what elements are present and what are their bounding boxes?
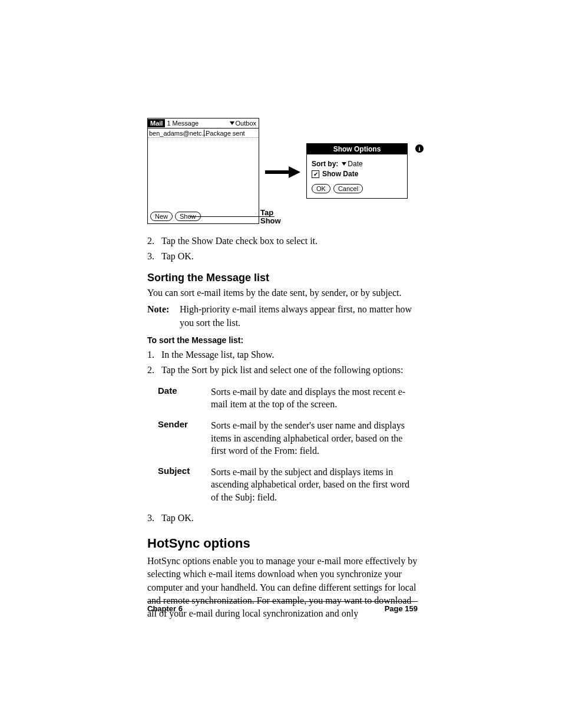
mail-header: Mail 1 Message Outbox [148, 118, 259, 129]
mail-screen: Mail 1 Message Outbox ben_adams@netc… Pa… [147, 118, 259, 224]
cancel-button[interactable]: Cancel [333, 184, 363, 193]
step-number: 3. [147, 250, 161, 263]
callout-tap-show: Tap Show [260, 209, 281, 225]
arrow-right-icon [265, 165, 300, 179]
step: 1. In the Message list, tap Show. [147, 348, 418, 361]
term: Sender [158, 419, 211, 457]
message-sender: ben_adams@netc… [148, 130, 204, 137]
folder-picklist[interactable]: Outbox [230, 120, 259, 127]
sort-options-table: Date Sorts e-mail by date and displays t… [158, 386, 418, 504]
step-text: Tap OK. [161, 512, 194, 525]
dialog-title: Show Options [307, 144, 407, 154]
term: Date [158, 386, 211, 411]
step-number: 3. [147, 512, 161, 525]
new-button[interactable]: New [150, 212, 173, 221]
note: Note: High-priority e-mail items always … [147, 303, 418, 330]
step-text: Tap the Show Date check box to select it… [161, 235, 318, 248]
note-label: Note: [147, 303, 180, 330]
message-row[interactable]: ben_adams@netc… Package sent [148, 129, 259, 138]
page-number: Page 159 [385, 604, 418, 613]
folder-name: Outbox [236, 120, 256, 127]
table-row: Sender Sorts e-mail by the sender's user… [158, 419, 418, 457]
step: 2. Tap the Sort by pick list and select … [147, 364, 418, 377]
step: 3. Tap OK. [147, 512, 418, 525]
steps-a: 2. Tap the Show Date check box to select… [147, 235, 418, 263]
heading-sorting: Sorting the Message list [147, 272, 418, 284]
chevron-down-icon [230, 121, 234, 125]
ok-button[interactable]: OK [312, 184, 330, 193]
sort-by-label: Sort by: [312, 160, 338, 168]
step-text: In the Message list, tap Show. [161, 348, 274, 361]
chapter-label: Chapter 6 [147, 604, 183, 613]
figure: Mail 1 Message Outbox ben_adams@netc… Pa… [147, 118, 418, 224]
note-text: High-priority e-mail items always appear… [180, 303, 418, 330]
heading-to-sort: To sort the Message list: [147, 335, 418, 345]
chevron-down-icon[interactable] [342, 162, 346, 166]
sort-by-row: Sort by: Date [312, 160, 402, 168]
step-number: 1. [147, 348, 161, 361]
message-count: 1 Message [165, 120, 229, 127]
show-date-row[interactable]: ✔ Show Date [312, 170, 402, 178]
table-row: Date Sorts e-mail by date and displays t… [158, 386, 418, 411]
mail-title: Mail [148, 119, 165, 127]
page-footer: Chapter 6 Page 159 [147, 601, 418, 613]
message-subject: Package sent [204, 130, 245, 137]
description: Sorts e-mail by the sender's user name a… [211, 419, 418, 457]
description: Sorts e-mail by date and displays the mo… [211, 386, 418, 411]
table-row: Subject Sorts e-mail by the subject and … [158, 466, 418, 504]
steps-b: 1. In the Message list, tap Show. 2. Tap… [147, 348, 418, 377]
heading-hotsync: HotSync options [147, 536, 418, 551]
info-icon[interactable]: i [415, 144, 424, 153]
step: 2. Tap the Show Date check box to select… [147, 235, 418, 248]
steps-c: 3. Tap OK. [147, 512, 418, 525]
step-number: 2. [147, 235, 161, 248]
sort-by-value[interactable]: Date [348, 160, 362, 168]
show-date-checkbox[interactable]: ✔ [312, 170, 319, 178]
step-number: 2. [147, 364, 161, 377]
svg-marker-1 [289, 166, 300, 178]
step: 3. Tap OK. [147, 250, 418, 263]
description: Sorts e-mail by the subject and displays… [211, 466, 418, 504]
show-options-dialog: Show Options i Sort by: Date ✔ Show Date… [306, 143, 408, 199]
step-text: Tap the Sort by pick list and select one… [161, 364, 403, 377]
paragraph: You can sort e-mail items by the date se… [147, 286, 418, 299]
term: Subject [158, 466, 211, 504]
step-text: Tap OK. [161, 250, 194, 263]
show-date-label: Show Date [322, 170, 358, 178]
